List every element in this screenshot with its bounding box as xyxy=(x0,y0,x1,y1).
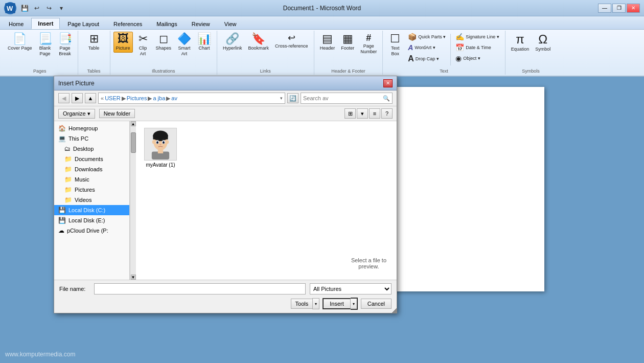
search-icon[interactable]: 🔍 xyxy=(383,95,390,102)
breadcrumb-av[interactable]: av xyxy=(171,95,177,101)
videos-icon: 📁 xyxy=(64,196,72,203)
tab-home[interactable]: Home xyxy=(2,18,30,29)
symbol-btn[interactable]: Ω Symbol xyxy=(533,32,553,54)
watermark: www.komputermedia.com xyxy=(5,351,75,358)
tab-insert[interactable]: Insert xyxy=(31,18,60,29)
breadcrumb-pictures[interactable]: Pictures xyxy=(127,95,147,101)
insert-main-btn[interactable]: Insert xyxy=(323,298,351,309)
dialog-body: 🏠 Homegroup 💻 This PC 🗂 Desktop 📁 Docume… xyxy=(54,121,397,280)
dialog-sidebar: 🏠 Homegroup 💻 This PC 🗂 Desktop 📁 Docume… xyxy=(54,121,130,280)
sidebar-item-music[interactable]: 📁 Music xyxy=(54,174,129,185)
object-btn[interactable]: ◉ Object ▾ xyxy=(453,53,502,63)
dialog-resize-handle[interactable] xyxy=(390,307,397,313)
cancel-btn[interactable]: Cancel xyxy=(361,299,392,309)
filetype-select[interactable]: All Pictures All Files xyxy=(310,283,392,294)
scroll-thumb[interactable] xyxy=(131,132,136,153)
nav-up-btn[interactable]: ▲ xyxy=(85,93,96,103)
help-btn[interactable]: ? xyxy=(381,108,393,119)
crossref-btn[interactable]: ↩ Cross-reference xyxy=(272,32,311,51)
svg-text:W: W xyxy=(7,5,13,12)
breadcrumb-ajba[interactable]: a jba xyxy=(153,95,165,101)
symbol-icon: Ω xyxy=(538,33,547,46)
new-folder-btn[interactable]: New folder xyxy=(99,109,135,118)
view-large-icon-btn[interactable]: ⊞ xyxy=(344,108,356,119)
search-input[interactable] xyxy=(303,95,382,101)
dialog-footer: File name: All Pictures All Files Tools … xyxy=(54,280,397,313)
filename-input[interactable] xyxy=(94,283,306,294)
dialog-files-area: myAvatar (1) Select a file topreview. xyxy=(136,121,397,280)
tab-review[interactable]: Review xyxy=(185,18,217,29)
sidebar-item-documents[interactable]: 📁 Documents xyxy=(54,154,129,164)
ribbon-group-headerfooter: ▤ Header ▦ Footer # PageNumber Header & … xyxy=(314,31,383,75)
table-btn[interactable]: ⊞ Table xyxy=(81,32,107,53)
undo-quick-btn[interactable]: ↩ xyxy=(32,3,42,13)
sidebar-item-videos[interactable]: 📁 Videos xyxy=(54,195,129,205)
footer-btn[interactable]: ▦ Footer xyxy=(338,32,357,53)
tools-main-btn[interactable]: Tools xyxy=(291,299,313,309)
nav-back-btn[interactable]: ◀ xyxy=(58,93,70,103)
nav-forward-btn[interactable]: ▶ xyxy=(72,93,83,103)
tab-view[interactable]: View xyxy=(218,18,243,29)
dropcap-btn[interactable]: A Drop Cap ▾ xyxy=(405,53,448,64)
equation-btn[interactable]: π Equation xyxy=(509,32,532,54)
wordart-btn[interactable]: A WordArt ▾ xyxy=(405,42,448,53)
sidebar-item-thispc[interactable]: 💻 This PC xyxy=(54,133,129,144)
sidebar-item-desktop[interactable]: 🗂 Desktop xyxy=(54,144,129,154)
view-dropdown-btn[interactable]: ▾ xyxy=(357,108,368,119)
restore-btn[interactable]: ❐ xyxy=(612,4,626,13)
search-bar: 🔍 xyxy=(301,93,393,104)
scroll-up-btn[interactable]: ▲ xyxy=(131,121,136,126)
music-icon: 📁 xyxy=(64,176,72,183)
shapes-btn[interactable]: ◻ Shapes xyxy=(153,32,174,53)
quickparts-btn[interactable]: 📦 Quick Parts ▾ xyxy=(405,32,448,42)
header-btn[interactable]: ▤ Header xyxy=(317,32,338,53)
insert-arrow-btn[interactable]: ▾ xyxy=(351,298,358,310)
view-details-btn[interactable]: ≡ xyxy=(369,108,380,119)
blankpage-btn[interactable]: 📃 BlankPage xyxy=(36,32,55,58)
organize-btn[interactable]: Organize ▾ xyxy=(58,109,95,119)
homegroup-icon: 🏠 xyxy=(58,125,66,132)
clipart-btn[interactable]: ✂ ClipArt xyxy=(134,32,152,58)
sidebar-item-homegroup[interactable]: 🏠 Homegroup xyxy=(54,123,129,133)
blankpage-icon: 📃 xyxy=(38,33,52,44)
sidebar-item-localdiskc[interactable]: 💾 Local Disk (C:) xyxy=(54,205,129,215)
datetime-btn[interactable]: 📅 Date & Time xyxy=(453,42,502,53)
ribbon-group-illustrations: 🖼 Picture ✂ ClipArt ◻ Shapes 🔷 SmartArt xyxy=(110,31,218,75)
tab-references[interactable]: References xyxy=(107,18,149,29)
minimize-btn[interactable]: — xyxy=(598,4,611,13)
downloads-icon: 📁 xyxy=(64,166,72,173)
hyperlink-btn[interactable]: 🔗 Hyperlink xyxy=(220,32,245,53)
localdiskc-icon: 💾 xyxy=(58,207,66,214)
file-item-myavatar[interactable]: myAvatar (1) xyxy=(140,125,181,170)
tools-arrow-btn[interactable]: ▾ xyxy=(312,298,319,309)
scroll-down-btn[interactable]: ▼ xyxy=(131,275,136,280)
signature-btn[interactable]: ✍ Signature Line ▾ xyxy=(453,32,502,42)
coverpage-btn[interactable]: 📄 Cover Page xyxy=(5,32,35,53)
ribbon-group-tables: ⊞ Table Tables xyxy=(78,31,110,75)
sidebar-item-downloads[interactable]: 📁 Downloads xyxy=(54,164,129,174)
redo-quick-btn[interactable]: ↪ xyxy=(44,3,54,13)
sidebar-item-localdiske[interactable]: 💾 Local Disk (E:) xyxy=(54,215,129,225)
pagebreak-btn[interactable]: 📑 PageBreak xyxy=(56,32,75,58)
sidebar-item-pcloud[interactable]: ☁ pCloud Drive (P: xyxy=(54,225,129,236)
ribbon-group-links: 🔗 Hyperlink 🔖 Bookmark ↩ Cross-reference… xyxy=(217,31,314,75)
ribbon-group-text: ☐ TextBox 📦 Quick Parts ▾ A WordArt ▾ xyxy=(383,31,505,75)
tables-group-label: Tables xyxy=(87,69,101,74)
save-quick-btn[interactable]: 💾 xyxy=(19,3,30,13)
dialog-close-btn[interactable]: ✕ xyxy=(383,79,393,87)
tab-pagelayout[interactable]: Page Layout xyxy=(61,18,106,29)
bookmark-btn[interactable]: 🔖 Bookmark xyxy=(246,32,272,53)
picture-btn[interactable]: 🖼 Picture xyxy=(113,32,133,53)
breadcrumb-user[interactable]: USER xyxy=(105,95,121,101)
tab-mailings[interactable]: Mailings xyxy=(150,18,183,29)
sidebar-item-pictures[interactable]: 📁 Pictures xyxy=(54,185,129,195)
textbox-btn[interactable]: ☐ TextBox xyxy=(386,32,404,58)
sidebar-scrollbar[interactable]: ▲ ▼ xyxy=(130,121,136,280)
smartart-btn[interactable]: 🔷 SmartArt xyxy=(175,32,194,58)
refresh-btn[interactable]: 🔄 xyxy=(287,93,298,103)
qab-dropdown-btn[interactable]: ▾ xyxy=(56,3,66,13)
close-btn[interactable]: ✕ xyxy=(627,4,640,13)
bookmark-icon: 🔖 xyxy=(251,33,265,44)
pagenumber-btn[interactable]: # PageNumber xyxy=(358,32,379,56)
chart-btn[interactable]: 📊 Chart xyxy=(195,32,214,53)
